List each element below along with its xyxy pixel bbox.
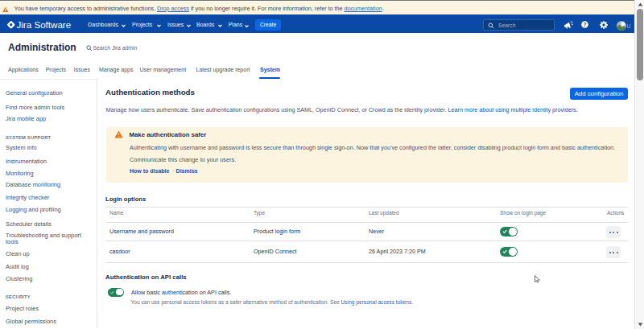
- svg-text:?: ?: [584, 22, 587, 27]
